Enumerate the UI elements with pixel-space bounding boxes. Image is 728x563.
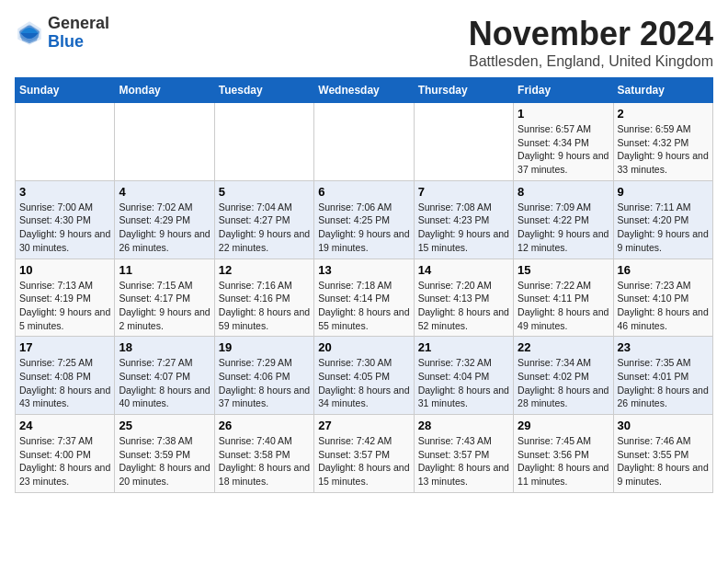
calendar-cell: 28Sunrise: 7:43 AM Sunset: 3:57 PM Dayli… bbox=[414, 415, 513, 493]
day-number: 8 bbox=[518, 185, 609, 199]
day-number: 27 bbox=[318, 419, 409, 432]
calendar-cell: 23Sunrise: 7:35 AM Sunset: 4:01 PM Dayli… bbox=[613, 337, 712, 415]
day-info: Sunrise: 7:22 AM Sunset: 4:11 PM Dayligh… bbox=[518, 279, 609, 333]
calendar-cell: 4Sunrise: 7:02 AM Sunset: 4:29 PM Daylig… bbox=[115, 180, 214, 259]
day-number: 4 bbox=[119, 185, 210, 199]
calendar-cell: 27Sunrise: 7:42 AM Sunset: 3:57 PM Dayli… bbox=[314, 415, 414, 493]
calendar-week-row: 1Sunrise: 6:57 AM Sunset: 4:34 PM Daylig… bbox=[16, 103, 713, 181]
day-number: 1 bbox=[518, 107, 609, 121]
day-info: Sunrise: 7:09 AM Sunset: 4:22 PM Dayligh… bbox=[518, 201, 609, 255]
day-info: Sunrise: 7:43 AM Sunset: 3:57 PM Dayligh… bbox=[418, 434, 509, 488]
day-info: Sunrise: 7:30 AM Sunset: 4:05 PM Dayligh… bbox=[318, 356, 409, 410]
day-number: 20 bbox=[318, 340, 409, 354]
day-info: Sunrise: 7:34 AM Sunset: 4:02 PM Dayligh… bbox=[518, 356, 609, 410]
day-number: 29 bbox=[518, 419, 609, 432]
header: General Blue November 2024 Battlesden, E… bbox=[15, 15, 713, 70]
calendar-cell: 26Sunrise: 7:40 AM Sunset: 3:58 PM Dayli… bbox=[214, 415, 313, 493]
calendar: SundayMondayTuesdayWednesdayThursdayFrid… bbox=[15, 77, 713, 493]
day-number: 14 bbox=[418, 263, 509, 277]
day-info: Sunrise: 7:38 AM Sunset: 3:59 PM Dayligh… bbox=[119, 434, 210, 488]
calendar-cell: 16Sunrise: 7:23 AM Sunset: 4:10 PM Dayli… bbox=[613, 259, 712, 337]
logo: General Blue bbox=[15, 15, 109, 52]
calendar-cell: 8Sunrise: 7:09 AM Sunset: 4:22 PM Daylig… bbox=[514, 180, 613, 259]
day-info: Sunrise: 7:27 AM Sunset: 4:07 PM Dayligh… bbox=[119, 356, 210, 410]
calendar-week-row: 17Sunrise: 7:25 AM Sunset: 4:08 PM Dayli… bbox=[16, 337, 713, 415]
day-number: 7 bbox=[418, 185, 509, 199]
calendar-cell: 2Sunrise: 6:59 AM Sunset: 4:32 PM Daylig… bbox=[613, 103, 712, 181]
calendar-cell bbox=[16, 103, 115, 181]
day-number: 9 bbox=[618, 185, 709, 199]
calendar-cell: 10Sunrise: 7:13 AM Sunset: 4:19 PM Dayli… bbox=[16, 259, 115, 337]
logo-general: General bbox=[48, 15, 109, 33]
logo-icon bbox=[15, 18, 44, 48]
calendar-cell: 18Sunrise: 7:27 AM Sunset: 4:07 PM Dayli… bbox=[115, 337, 214, 415]
calendar-week-row: 3Sunrise: 7:00 AM Sunset: 4:30 PM Daylig… bbox=[16, 180, 713, 259]
day-number: 30 bbox=[618, 419, 709, 432]
weekday-header: Thursday bbox=[414, 78, 513, 103]
day-number: 25 bbox=[119, 419, 210, 432]
calendar-cell bbox=[314, 103, 414, 181]
calendar-week-row: 10Sunrise: 7:13 AM Sunset: 4:19 PM Dayli… bbox=[16, 259, 713, 337]
calendar-cell: 22Sunrise: 7:34 AM Sunset: 4:02 PM Dayli… bbox=[514, 337, 613, 415]
day-info: Sunrise: 7:35 AM Sunset: 4:01 PM Dayligh… bbox=[618, 356, 709, 410]
calendar-header-row: SundayMondayTuesdayWednesdayThursdayFrid… bbox=[16, 78, 713, 103]
day-number: 17 bbox=[19, 340, 110, 354]
day-number: 13 bbox=[318, 263, 409, 277]
day-number: 16 bbox=[618, 263, 709, 277]
calendar-week-row: 24Sunrise: 7:37 AM Sunset: 4:00 PM Dayli… bbox=[16, 415, 713, 493]
day-info: Sunrise: 7:25 AM Sunset: 4:08 PM Dayligh… bbox=[19, 356, 110, 410]
weekday-header: Sunday bbox=[16, 78, 115, 103]
day-number: 18 bbox=[119, 340, 210, 354]
calendar-cell: 1Sunrise: 6:57 AM Sunset: 4:34 PM Daylig… bbox=[514, 103, 613, 181]
day-number: 24 bbox=[19, 419, 110, 432]
day-info: Sunrise: 7:23 AM Sunset: 4:10 PM Dayligh… bbox=[618, 279, 709, 333]
day-number: 19 bbox=[219, 340, 310, 354]
day-number: 10 bbox=[19, 263, 110, 277]
day-number: 6 bbox=[318, 185, 409, 199]
calendar-cell bbox=[414, 103, 513, 181]
calendar-cell: 7Sunrise: 7:08 AM Sunset: 4:23 PM Daylig… bbox=[414, 180, 513, 259]
calendar-cell: 9Sunrise: 7:11 AM Sunset: 4:20 PM Daylig… bbox=[613, 180, 712, 259]
calendar-cell bbox=[214, 103, 313, 181]
weekday-header: Wednesday bbox=[314, 78, 414, 103]
day-number: 26 bbox=[219, 419, 310, 432]
calendar-cell: 25Sunrise: 7:38 AM Sunset: 3:59 PM Dayli… bbox=[115, 415, 214, 493]
calendar-cell: 13Sunrise: 7:18 AM Sunset: 4:14 PM Dayli… bbox=[314, 259, 414, 337]
day-info: Sunrise: 7:16 AM Sunset: 4:16 PM Dayligh… bbox=[219, 279, 310, 333]
day-info: Sunrise: 7:46 AM Sunset: 3:55 PM Dayligh… bbox=[618, 434, 709, 488]
day-info: Sunrise: 7:29 AM Sunset: 4:06 PM Dayligh… bbox=[219, 356, 310, 410]
logo-blue: Blue bbox=[48, 33, 109, 52]
calendar-cell: 12Sunrise: 7:16 AM Sunset: 4:16 PM Dayli… bbox=[214, 259, 313, 337]
day-info: Sunrise: 7:20 AM Sunset: 4:13 PM Dayligh… bbox=[418, 279, 509, 333]
calendar-cell: 11Sunrise: 7:15 AM Sunset: 4:17 PM Dayli… bbox=[115, 259, 214, 337]
day-info: Sunrise: 7:08 AM Sunset: 4:23 PM Dayligh… bbox=[418, 201, 509, 255]
day-info: Sunrise: 7:00 AM Sunset: 4:30 PM Dayligh… bbox=[19, 201, 110, 255]
location: Battlesden, England, United Kingdom bbox=[469, 53, 713, 70]
calendar-cell bbox=[115, 103, 214, 181]
calendar-cell: 29Sunrise: 7:45 AM Sunset: 3:56 PM Dayli… bbox=[514, 415, 613, 493]
day-number: 3 bbox=[19, 185, 110, 199]
day-info: Sunrise: 7:32 AM Sunset: 4:04 PM Dayligh… bbox=[418, 356, 509, 410]
day-info: Sunrise: 6:57 AM Sunset: 4:34 PM Dayligh… bbox=[518, 122, 609, 177]
day-number: 22 bbox=[518, 340, 609, 354]
weekday-header: Friday bbox=[514, 78, 613, 103]
calendar-cell: 3Sunrise: 7:00 AM Sunset: 4:30 PM Daylig… bbox=[16, 180, 115, 259]
logo-text: General Blue bbox=[48, 15, 109, 52]
day-info: Sunrise: 7:18 AM Sunset: 4:14 PM Dayligh… bbox=[318, 279, 409, 333]
day-info: Sunrise: 7:06 AM Sunset: 4:25 PM Dayligh… bbox=[318, 201, 409, 255]
day-number: 12 bbox=[219, 263, 310, 277]
day-info: Sunrise: 7:02 AM Sunset: 4:29 PM Dayligh… bbox=[119, 201, 210, 255]
day-info: Sunrise: 6:59 AM Sunset: 4:32 PM Dayligh… bbox=[618, 122, 709, 177]
weekday-header: Tuesday bbox=[214, 78, 313, 103]
weekday-header: Monday bbox=[115, 78, 214, 103]
weekday-header: Saturday bbox=[613, 78, 712, 103]
calendar-cell: 24Sunrise: 7:37 AM Sunset: 4:00 PM Dayli… bbox=[16, 415, 115, 493]
calendar-cell: 19Sunrise: 7:29 AM Sunset: 4:06 PM Dayli… bbox=[214, 337, 313, 415]
month-title: November 2024 bbox=[469, 15, 713, 53]
day-number: 5 bbox=[219, 185, 310, 199]
calendar-cell: 17Sunrise: 7:25 AM Sunset: 4:08 PM Dayli… bbox=[16, 337, 115, 415]
calendar-cell: 6Sunrise: 7:06 AM Sunset: 4:25 PM Daylig… bbox=[314, 180, 414, 259]
calendar-cell: 5Sunrise: 7:04 AM Sunset: 4:27 PM Daylig… bbox=[214, 180, 313, 259]
day-number: 23 bbox=[618, 340, 709, 354]
calendar-cell: 14Sunrise: 7:20 AM Sunset: 4:13 PM Dayli… bbox=[414, 259, 513, 337]
